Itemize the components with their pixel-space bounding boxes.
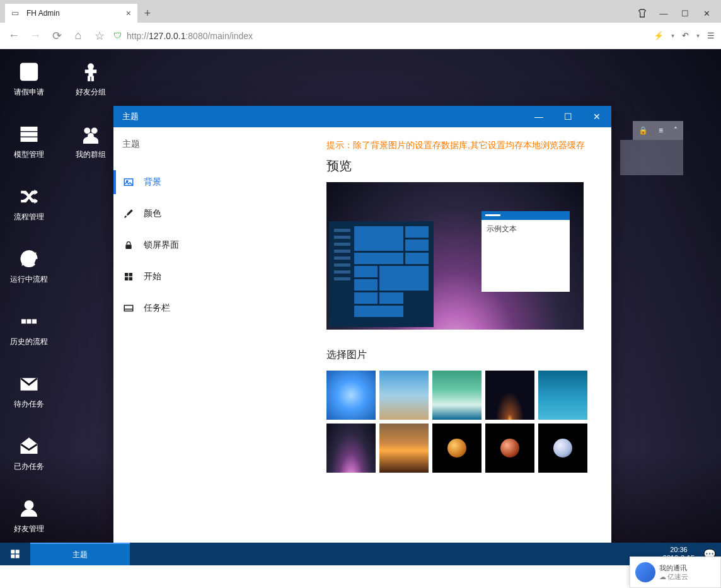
maximize-button[interactable]: ☐ (674, 4, 696, 23)
icon-label: 好友分组 (76, 87, 106, 98)
svg-point-16 (25, 502, 32, 509)
wallpaper-thumb[interactable] (379, 424, 429, 473)
svg-rect-12 (22, 320, 26, 323)
lock-icon[interactable]: 🔒 (638, 126, 648, 135)
edit-icon (18, 61, 40, 83)
svg-rect-29 (16, 555, 20, 558)
window-controls: — ☐ ✕ (632, 4, 721, 23)
svg-rect-24 (124, 306, 133, 311)
sidebar-item-background[interactable]: 背景 (113, 166, 315, 198)
window-minimize-button[interactable]: — (524, 106, 553, 127)
close-button[interactable]: ✕ (696, 4, 717, 23)
wallpaper-thumb[interactable] (326, 371, 376, 420)
desktop-icon-history-workflow[interactable]: 历史的流程 (6, 310, 52, 347)
svg-rect-13 (27, 320, 31, 323)
back-button[interactable]: ← (6, 29, 21, 42)
svg-rect-28 (11, 555, 14, 558)
bolt-dropdown-icon[interactable]: ▾ (671, 32, 674, 39)
shirt-icon[interactable] (632, 4, 653, 23)
mail-icon (18, 372, 40, 395)
panel-toolbar: 🔒 ≡ ˄ (633, 121, 683, 140)
icon-label: 运行中流程 (10, 274, 48, 285)
image-icon (122, 176, 135, 188)
desktop-icon-friend-groups[interactable]: 好友分组 (68, 61, 113, 98)
svg-point-10 (91, 128, 97, 134)
window-maximize-button[interactable]: ☐ (553, 106, 582, 127)
window-title: 主题 (122, 111, 139, 122)
wallpaper-thumb[interactable] (485, 371, 534, 420)
theme-preview: 示例文本 (326, 182, 584, 330)
url-field[interactable]: 🛡 http://127.0.0.1:8080/main/index (113, 31, 647, 41)
svg-rect-3 (86, 70, 96, 72)
desktop-icons: 请假申请 好友分组 模型管理 我的群组 流程管理 运行中流程 (0, 49, 120, 565)
layers-icon (18, 123, 40, 146)
user-icon (18, 497, 40, 520)
taskbar: 主题 20:36 2019-3-15 💬 (0, 543, 721, 565)
sidebar-item-start[interactable]: 开始 (113, 261, 315, 292)
svg-rect-4 (88, 76, 90, 81)
wallpaper-thumb[interactable] (326, 424, 376, 473)
desktop-icon-my-groups[interactable]: 我的群组 (68, 123, 113, 160)
address-bar: ← → ⟳ ⌂ ☆ 🛡 http://127.0.0.1:8080/main/i… (0, 23, 721, 49)
browser-tab-bar: ▭ FH Admin × + — ☐ ✕ (0, 0, 721, 23)
taskbar-task[interactable]: 主题 (30, 543, 130, 565)
window-close-button[interactable]: ✕ (582, 106, 611, 127)
desktop-icon-model-mgmt[interactable]: 模型管理 (6, 123, 52, 160)
desktop-icon-workflow-mgmt[interactable]: 流程管理 (6, 185, 52, 222)
tab-title: FH Admin (26, 9, 126, 18)
desktop-icon-friend-mgmt[interactable]: 好友管理 (6, 497, 52, 534)
sidebar-item-taskbar[interactable]: 任务栏 (113, 292, 315, 324)
preview-heading: 预览 (326, 158, 600, 175)
svg-point-1 (88, 64, 94, 69)
desktop-icon-done-tasks[interactable]: 已办任务 (6, 435, 52, 472)
refresh-icon (18, 248, 40, 270)
wallpaper-thumb[interactable] (485, 424, 534, 473)
svg-rect-27 (16, 550, 20, 553)
minimize-button[interactable]: — (653, 4, 674, 23)
reload-button[interactable]: ⟳ (49, 29, 64, 43)
home-button[interactable]: ⌂ (71, 29, 86, 42)
wallpaper-thumb[interactable] (379, 371, 429, 420)
example-text: 示例文本 (482, 220, 570, 238)
svg-rect-7 (21, 132, 37, 136)
wallpaper-thumb[interactable] (538, 424, 587, 473)
svg-rect-22 (125, 277, 128, 280)
wallpaper-thumb[interactable] (432, 424, 482, 473)
svg-rect-5 (91, 76, 93, 81)
theme-window: 主题 — ☐ ✕ 主题 背景 颜色 (113, 106, 611, 560)
undo-icon[interactable]: ↶ (682, 31, 689, 40)
icon-label: 模型管理 (14, 149, 44, 160)
svg-rect-19 (125, 245, 131, 249)
chevron-up-icon[interactable]: ˄ (674, 126, 678, 135)
wallpaper-thumb[interactable] (538, 371, 587, 420)
wallpaper-thumbnails (326, 371, 591, 473)
wallpaper-thumb[interactable] (432, 371, 482, 420)
winlogo-icon (122, 270, 135, 283)
desktop-icon-todo-tasks[interactable]: 待办任务 (6, 372, 52, 410)
url-text: http://127.0.0.1:8080/main/index (127, 31, 253, 41)
brush-icon (122, 207, 135, 220)
mail-open-icon (18, 435, 40, 458)
menu-icon[interactable]: ☰ (707, 31, 715, 40)
sidebar-item-lockscreen[interactable]: 锁屏界面 (113, 229, 315, 261)
new-tab-button[interactable]: + (137, 4, 158, 23)
cloud-badge[interactable]: 我的通讯 ☁ 亿速云 (630, 556, 721, 588)
sidebar-heading: 主题 (113, 127, 315, 166)
start-button[interactable] (0, 543, 30, 565)
svg-rect-14 (33, 320, 37, 323)
desktop-icon-leave-request[interactable]: 请假申请 (6, 61, 52, 98)
settings-content: 提示：除了背景图片的设置存数据库,其它设置均存本地浏览器缓存 预览 (315, 127, 611, 560)
desktop-icon-running-workflow[interactable]: 运行中流程 (6, 248, 52, 285)
browser-tab[interactable]: ▭ FH Admin × (5, 4, 137, 23)
list-icon[interactable]: ≡ (659, 126, 663, 135)
settings-sidebar: 主题 背景 颜色 锁屏界面 (113, 127, 315, 560)
forward-button[interactable]: → (28, 29, 43, 42)
tab-close-icon[interactable]: × (126, 8, 131, 18)
sidebar-item-color[interactable]: 颜色 (113, 198, 315, 229)
bolt-icon[interactable]: ⚡ (654, 31, 664, 40)
favorite-button[interactable]: ☆ (92, 29, 107, 43)
sidebar-item-label: 开始 (144, 271, 161, 282)
icon-label: 请假申请 (14, 87, 44, 98)
panel-body (620, 140, 683, 175)
window-titlebar[interactable]: 主题 — ☐ ✕ (113, 106, 611, 127)
